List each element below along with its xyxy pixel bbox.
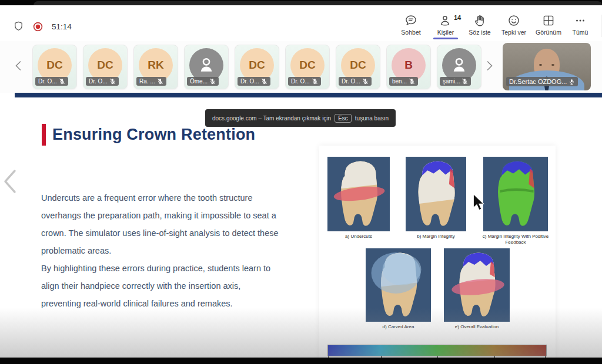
share-separator-bar: [15, 93, 602, 97]
mic-on-icon: [568, 79, 575, 85]
scroll-left-icon[interactable]: [14, 60, 22, 71]
participant-strip: DC Dr. O... DC Dr. O... RK Ra. ...: [0, 41, 602, 93]
react-button[interactable]: Tepki ver: [496, 12, 531, 39]
person-icon: [196, 55, 216, 75]
people-button[interactable]: 14 Kişiler: [428, 12, 463, 39]
recording-icon: [33, 22, 43, 32]
avatar-initials: DC: [299, 59, 315, 72]
participant-name: şami...: [443, 78, 460, 85]
mic-off-icon: [261, 78, 267, 85]
figure-label-e: e) Overall Evaluation: [440, 324, 513, 330]
figure-card: a) Undercuts b) Margin Integrity c) Marg…: [319, 146, 556, 364]
more-icon: [574, 14, 587, 28]
raise-hand-icon: [473, 14, 486, 28]
app-window: 51:14 Sohbet 14: [0, 0, 602, 364]
raise-hand-button[interactable]: Söz iste: [463, 12, 496, 39]
recording-status: 51:14: [13, 21, 72, 32]
figure-label-c: c) Margin Integrity With Positive Feedba…: [478, 234, 553, 245]
avatar-initials: RK: [148, 59, 163, 72]
chat-label: Sohbet: [401, 29, 420, 36]
more-button[interactable]: Tümü: [566, 12, 595, 39]
mic-off-icon: [209, 78, 216, 85]
mic-off-icon: [409, 78, 415, 85]
feedback-colorbar: [327, 345, 547, 356]
figure-undercuts: [327, 157, 390, 231]
participant-tile[interactable]: RK Ra. ...: [133, 45, 178, 89]
view-button[interactable]: Görünüm: [531, 12, 566, 39]
chat-icon: [404, 14, 417, 28]
slide-title: Ensuring Crown Retention: [52, 126, 255, 144]
participant-name-pill: Dr. O...: [288, 77, 321, 86]
window-bottom-strip: [0, 358, 602, 364]
esc-key: Esc: [335, 114, 352, 123]
figure-margin-integrity-positive: [483, 157, 548, 231]
participant-name-pill: Öme...: [187, 77, 219, 86]
participant-name-pill: Dr. O...: [86, 77, 119, 86]
scroll-right-icon[interactable]: [486, 60, 494, 71]
participant-name-pill: Dr. O...: [238, 77, 270, 86]
people-label: Kişiler: [437, 29, 454, 36]
mic-off-icon: [461, 78, 468, 85]
figure-carved-area: [366, 248, 431, 322]
active-tab-underline: [433, 38, 458, 39]
figure-overall-evaluation: [444, 248, 510, 322]
participant-name-pill: şami...: [440, 77, 471, 86]
person-icon: [449, 55, 469, 75]
participant-tile[interactable]: DC Dr. O...: [32, 45, 77, 89]
participant-name: Ra. ...: [139, 78, 155, 85]
presenter-video-tile[interactable]: Dr.Sertac OZDOG...: [503, 43, 591, 90]
meeting-toolbar: 51:14 Sohbet 14: [0, 5, 602, 41]
shared-slide: docs.google.com – Tam ekrandan çıkmak iç…: [0, 97, 602, 358]
avatar-initials: DC: [97, 59, 113, 72]
participant-name: Dr. O...: [38, 78, 57, 85]
participant-name: Dr. O...: [291, 78, 310, 85]
avatar-initials: DC: [350, 59, 366, 72]
participant-tile[interactable]: DC Dr. O...: [235, 45, 279, 89]
chat-button[interactable]: Sohbet: [394, 12, 428, 39]
figure-label-d: d) Carved Area: [362, 324, 434, 330]
meeting-timer: 51:14: [52, 22, 72, 31]
participant-tile[interactable]: DC Dr. O...: [336, 45, 380, 89]
toolbar-divider: [601, 15, 601, 37]
mic-off-icon: [362, 78, 369, 85]
mic-off-icon: [109, 78, 116, 85]
avatar-initials: DC: [46, 59, 62, 72]
participant-tile[interactable]: B ben...: [386, 45, 431, 89]
participant-tiles: DC Dr. O... DC Dr. O... RK Ra. ...: [32, 45, 481, 89]
smiley-icon: [507, 14, 520, 28]
fullscreen-toast: docs.google.com – Tam ekrandan çıkmak iç…: [205, 109, 396, 127]
participant-name-pill: Dr. O...: [35, 77, 68, 86]
previous-slide-icon[interactable]: [1, 168, 18, 195]
figure-label-a: a) Undercuts: [324, 234, 393, 240]
participant-name-pill: Dr. O...: [339, 77, 372, 86]
participant-name: Dr. O...: [89, 78, 108, 85]
mic-off-icon: [59, 78, 65, 85]
people-icon: 14: [439, 14, 452, 28]
avatar-initials: DC: [249, 59, 265, 72]
participant-name: Dr. O...: [240, 78, 259, 85]
toast-text: docs.google.com – Tam ekrandan çıkmak iç…: [212, 115, 331, 122]
figure-label-b: b) Margin Integrity: [402, 234, 470, 240]
participant-tile[interactable]: DC Dr. O...: [83, 45, 128, 89]
grid-icon: [542, 14, 555, 28]
more-label: Tümü: [573, 29, 588, 36]
participant-tile[interactable]: DC Dr. O...: [285, 45, 330, 89]
shield-icon: [13, 21, 24, 32]
participant-tile[interactable]: şami...: [437, 45, 481, 89]
avatar-initials: B: [404, 59, 413, 72]
mic-off-icon: [157, 78, 163, 85]
participant-tile[interactable]: Öme...: [184, 45, 229, 89]
participant-name: Öme...: [190, 78, 208, 85]
raise-hand-label: Söz iste: [469, 29, 490, 36]
participant-name-pill: Ra. ...: [136, 77, 166, 86]
participant-name: ben...: [392, 78, 407, 85]
presenter-name: Dr.Sertac OZDOG...: [509, 78, 567, 85]
figure-margin-integrity: [406, 157, 466, 231]
mouse-cursor: [472, 193, 485, 211]
participant-name: Dr. O...: [342, 78, 360, 85]
view-label: Görünüm: [536, 29, 561, 36]
toast-suffix: tuşuna basın: [355, 115, 389, 122]
mic-off-icon: [312, 78, 318, 85]
participant-name-pill: ben...: [389, 77, 418, 86]
react-label: Tepki ver: [501, 29, 526, 36]
